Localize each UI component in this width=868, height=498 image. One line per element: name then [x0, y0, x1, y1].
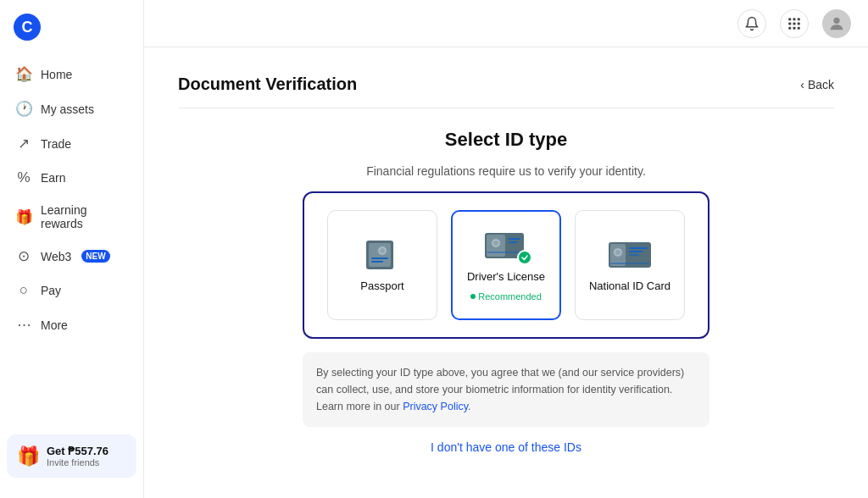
sidebar-item-my-assets[interactable]: 🕐 My assets: [7, 92, 136, 125]
disclaimer-end: .: [468, 401, 470, 412]
invite-text-group: Get ₱557.76 Invite friends: [47, 445, 108, 468]
privacy-policy-link[interactable]: Privacy Policy: [403, 401, 468, 412]
back-button[interactable]: ‹ Back: [800, 78, 834, 91]
sidebar-item-more[interactable]: ⋯ More: [7, 308, 136, 341]
sidebar-item-label: Earn: [41, 171, 66, 185]
passport-card[interactable]: Passport: [327, 210, 437, 320]
sidebar-item-label: My assets: [41, 102, 94, 116]
sidebar-item-label: More: [41, 318, 68, 332]
sidebar-nav: 🏠 Home 🕐 My assets ↗ Trade % Earn 🎁 Lear…: [0, 58, 143, 428]
topbar: [144, 0, 868, 47]
select-id-section: Select ID type Financial regulations req…: [178, 129, 834, 454]
back-label: Back: [808, 78, 834, 91]
svg-rect-30: [610, 263, 649, 264]
svg-rect-20: [509, 238, 520, 240]
id-cards-container: Passport: [303, 191, 709, 339]
svg-rect-5: [798, 22, 800, 25]
more-icon: ⋯: [15, 316, 32, 334]
assets-icon: 🕐: [15, 100, 32, 118]
sidebar-item-trade[interactable]: ↗ Trade: [7, 127, 136, 160]
svg-rect-1: [793, 18, 796, 20]
sidebar-item-label: Pay: [41, 284, 61, 297]
svg-rect-29: [629, 254, 639, 256]
svg-rect-8: [798, 26, 800, 29]
content-area: Document Verification ‹ Back Select ID t…: [144, 47, 868, 498]
national-id-label: National ID Card: [589, 279, 670, 292]
page-header: Document Verification ‹ Back: [178, 75, 834, 108]
sidebar-item-label: Learning rewards: [41, 203, 128, 230]
national-id-icon: [607, 239, 653, 271]
drivers-license-card[interactable]: Driver's License Recommended: [451, 210, 561, 320]
notification-bell-button[interactable]: [737, 9, 766, 38]
svg-point-13: [380, 248, 385, 253]
earn-icon: %: [15, 169, 32, 186]
select-id-title: Select ID type: [445, 129, 567, 151]
learning-icon: 🎁: [15, 208, 32, 226]
sidebar-item-web3[interactable]: ⊙ Web3 NEW: [7, 240, 136, 273]
svg-rect-3: [788, 22, 791, 25]
logo-icon: C: [14, 14, 41, 41]
recommended-badge: Recommended: [470, 291, 542, 302]
svg-rect-28: [629, 251, 643, 252]
recommended-dot: [470, 294, 476, 299]
sidebar-item-learning-rewards[interactable]: 🎁 Learning rewards: [7, 196, 136, 238]
sidebar-item-home[interactable]: 🏠 Home: [7, 58, 136, 91]
svg-point-9: [833, 17, 839, 23]
no-id-link[interactable]: I don't have one of these IDs: [431, 440, 581, 454]
app-logo[interactable]: C: [0, 14, 143, 58]
sidebar-item-label: Home: [41, 68, 72, 81]
svg-rect-4: [793, 22, 796, 25]
bell-icon: [744, 16, 760, 31]
invite-subtitle: Invite friends: [47, 457, 108, 468]
sidebar-item-earn[interactable]: % Earn: [7, 162, 136, 194]
svg-rect-21: [509, 241, 517, 243]
grid-icon: [787, 16, 802, 31]
invite-reward-amount: Get ₱557.76: [47, 445, 108, 457]
passport-label: Passport: [360, 279, 403, 292]
select-id-subtitle: Financial regulations require us to veri…: [366, 164, 646, 178]
disclaimer-box: By selecting your ID type above, you agr…: [303, 352, 709, 427]
svg-rect-0: [788, 18, 791, 20]
svg-rect-27: [629, 247, 648, 249]
svg-rect-6: [788, 26, 791, 29]
new-badge: NEW: [81, 250, 109, 263]
web3-icon: ⊙: [15, 247, 32, 265]
disclaimer-text: By selecting your ID type above, you agr…: [316, 367, 684, 412]
sidebar: C 🏠 Home 🕐 My assets ↗ Trade % Earn 🎁 Le…: [0, 0, 144, 498]
drivers-license-label: Driver's License: [467, 270, 545, 283]
recommended-text: Recommended: [478, 291, 542, 302]
sidebar-item-label: Trade: [41, 137, 71, 151]
apps-grid-button[interactable]: [780, 9, 809, 38]
svg-point-19: [493, 241, 498, 246]
page-title: Document Verification: [178, 75, 357, 94]
home-icon: 🏠: [15, 65, 32, 83]
gift-icon: 🎁: [17, 445, 40, 468]
passport-icon: [359, 239, 405, 271]
sidebar-item-pay[interactable]: ○ Pay: [7, 274, 136, 307]
svg-point-26: [615, 250, 620, 255]
sidebar-item-label: Web3: [41, 250, 71, 263]
chevron-left-icon: ‹: [800, 78, 804, 91]
main-area: Document Verification ‹ Back Select ID t…: [144, 0, 868, 498]
pay-icon: ○: [15, 282, 32, 299]
svg-rect-15: [371, 261, 383, 263]
svg-rect-11: [369, 243, 391, 267]
svg-rect-2: [798, 18, 800, 20]
avatar-icon: [827, 14, 846, 33]
invite-friends-banner[interactable]: 🎁 Get ₱557.76 Invite friends: [7, 434, 136, 478]
national-id-card[interactable]: National ID Card: [575, 210, 685, 320]
svg-rect-14: [371, 257, 388, 259]
trade-icon: ↗: [15, 135, 32, 152]
user-avatar-button[interactable]: [822, 9, 851, 38]
svg-rect-7: [793, 26, 796, 29]
